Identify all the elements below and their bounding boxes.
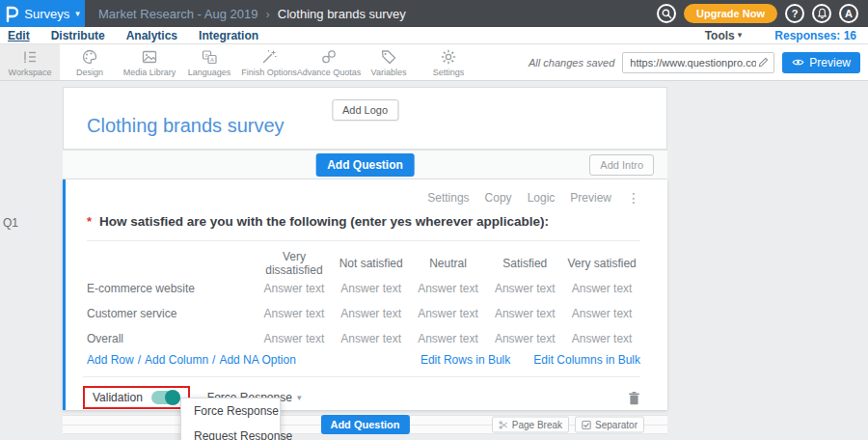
- responses-link[interactable]: Responses: 16: [774, 29, 856, 42]
- toolbar-label: Design: [76, 68, 103, 77]
- matrix-cell[interactable]: Answer text: [333, 282, 410, 295]
- image-icon: [141, 48, 158, 66]
- matrix-cell[interactable]: Answer text: [486, 307, 563, 320]
- save-status: All changes saved: [529, 57, 614, 69]
- tab-distribute[interactable]: Distribute: [51, 29, 105, 42]
- matrix-cell[interactable]: Answer text: [333, 307, 410, 320]
- toolbar-label: Variables: [371, 68, 407, 77]
- question-actions: Settings Copy Logic Preview ⋮: [427, 191, 640, 205]
- svg-text:z: z: [205, 52, 208, 58]
- add-row-link[interactable]: Add Row: [87, 353, 134, 367]
- toolbar-item-design[interactable]: Design: [60, 44, 120, 80]
- toolbar-label: Advance Quotas: [297, 68, 362, 77]
- delete-question-button[interactable]: [628, 391, 640, 405]
- matrix-column-header[interactable]: Satisfied: [486, 257, 563, 270]
- links-left: Add Row/Add Column/Add NA Option: [87, 353, 296, 367]
- question-logic-link[interactable]: Logic: [528, 191, 556, 205]
- add-question-button-top[interactable]: Add Question: [315, 153, 415, 177]
- matrix-cell[interactable]: Answer text: [486, 282, 563, 295]
- toolbar-item-finish-options[interactable]: Finish Options: [239, 44, 299, 80]
- search-button[interactable]: [657, 4, 676, 23]
- separator-button[interactable]: Separator: [575, 417, 644, 433]
- top-header: Surveys ▾ Market Research - Aug 2019 › C…: [0, 0, 868, 27]
- matrix-cell[interactable]: Answer text: [256, 332, 333, 345]
- matrix-row-label[interactable]: E-commerce website: [87, 282, 256, 295]
- magic-wand-icon: [260, 48, 278, 66]
- kebab-menu-icon[interactable]: ⋮: [627, 191, 640, 205]
- question-settings-link[interactable]: Settings: [427, 191, 469, 205]
- workspace-icon: [21, 48, 39, 66]
- link-separator: /: [212, 353, 215, 367]
- tag-icon: [380, 48, 397, 66]
- toolbar-right: All changes saved Preview: [529, 44, 860, 80]
- matrix-header-row: Very dissatisfied Not satisfied Neutral …: [87, 251, 640, 276]
- matrix-column-header[interactable]: Neutral: [410, 257, 487, 270]
- translate-icon: zA: [201, 48, 218, 66]
- tab-edit[interactable]: Edit: [8, 29, 30, 42]
- tools-menu[interactable]: Tools ▾: [705, 29, 743, 42]
- help-button[interactable]: ?: [785, 4, 804, 23]
- question-text[interactable]: How satisfied are you with the following…: [99, 214, 549, 229]
- add-intro-button[interactable]: Add Intro: [589, 154, 654, 176]
- survey-url-input[interactable]: [628, 56, 758, 69]
- add-question-strip-bottom: Add Question Page Break Separator: [63, 415, 667, 434]
- validation-toggle[interactable]: [151, 391, 180, 404]
- matrix-cell[interactable]: Answer text: [256, 307, 333, 320]
- question-preview-link[interactable]: Preview: [570, 191, 611, 205]
- menu-item-force-response[interactable]: Force Response: [181, 399, 280, 424]
- toolbar-item-languages[interactable]: zA Languages: [179, 44, 239, 80]
- matrix-column-header[interactable]: Very dissatisfied: [256, 250, 333, 277]
- questionpro-logo-icon: [5, 6, 18, 22]
- matrix-cell[interactable]: Answer text: [410, 307, 487, 320]
- app-frame: Surveys ▾ Market Research - Aug 2019 › C…: [0, 0, 868, 440]
- toolbar-label: Media Library: [123, 68, 176, 77]
- toolbar-item-variables[interactable]: Variables: [359, 44, 419, 80]
- tab-integration[interactable]: Integration: [199, 29, 258, 42]
- add-logo-button[interactable]: Add Logo: [332, 99, 398, 121]
- edit-rows-bulk-link[interactable]: Edit Rows in Bulk: [420, 353, 510, 367]
- question-text-row[interactable]: * How satisfied are you with the followi…: [87, 214, 640, 241]
- preview-button[interactable]: Preview: [782, 52, 860, 73]
- menu-item-request-response[interactable]: Request Response: [181, 424, 280, 440]
- add-na-option-link[interactable]: Add NA Option: [219, 353, 295, 367]
- toolbar-item-settings[interactable]: Settings: [419, 44, 478, 80]
- matrix-column-header[interactable]: Not satisfied: [333, 257, 410, 270]
- matrix-cell[interactable]: Answer text: [563, 282, 640, 295]
- matrix-column-header[interactable]: Very satisfied: [563, 257, 640, 270]
- strip-options: Page Break Separator: [492, 417, 644, 433]
- toolbar-item-media-library[interactable]: Media Library: [120, 44, 179, 80]
- eye-icon: [792, 58, 804, 67]
- matrix-row-label[interactable]: Customer service: [87, 307, 256, 320]
- question-copy-link[interactable]: Copy: [485, 191, 512, 205]
- matrix-row-label[interactable]: Overall: [87, 332, 256, 345]
- toolbar-item-advance-quotas[interactable]: Advance Quotas: [299, 44, 359, 80]
- add-column-link[interactable]: Add Column: [145, 353, 208, 367]
- required-asterisk: *: [87, 214, 92, 229]
- notifications-button[interactable]: [812, 4, 831, 23]
- matrix-cell[interactable]: Answer text: [410, 282, 487, 295]
- matrix-cell[interactable]: Answer text: [486, 332, 563, 345]
- breadcrumb-folder[interactable]: Market Research - Aug 2019: [98, 7, 258, 21]
- edit-pencil-icon[interactable]: [758, 57, 769, 68]
- page-break-button[interactable]: Page Break: [492, 417, 569, 433]
- tab-analytics[interactable]: Analytics: [126, 29, 177, 42]
- survey-title-card: Add Logo Clothing brands survey: [63, 87, 667, 150]
- edit-columns-bulk-link[interactable]: Edit Columns in Bulk: [533, 353, 640, 367]
- survey-title[interactable]: Clothing brands survey: [87, 115, 285, 137]
- toolbar-item-workspace[interactable]: Workspace: [0, 44, 60, 80]
- matrix-cell[interactable]: Answer text: [563, 332, 640, 345]
- surveys-menu[interactable]: Surveys ▾: [0, 0, 85, 27]
- avatar[interactable]: A: [839, 4, 858, 23]
- question-card: Settings Copy Logic Preview ⋮ * How sati…: [63, 179, 667, 410]
- upgrade-now-button[interactable]: Upgrade Now: [684, 4, 777, 23]
- question-number-label: Q1: [3, 216, 18, 230]
- force-response-menu: Force Response Request Response: [180, 398, 281, 440]
- add-question-button-bottom[interactable]: Add Question: [320, 415, 409, 434]
- matrix-cell[interactable]: Answer text: [410, 332, 487, 345]
- matrix-cell[interactable]: Answer text: [256, 282, 333, 295]
- add-question-strip-top: Add Question Add Intro: [63, 150, 667, 179]
- nav-right: Tools ▾ Responses: 16: [705, 29, 856, 42]
- search-icon: [662, 9, 672, 19]
- matrix-cell[interactable]: Answer text: [563, 307, 640, 320]
- matrix-cell[interactable]: Answer text: [333, 332, 410, 345]
